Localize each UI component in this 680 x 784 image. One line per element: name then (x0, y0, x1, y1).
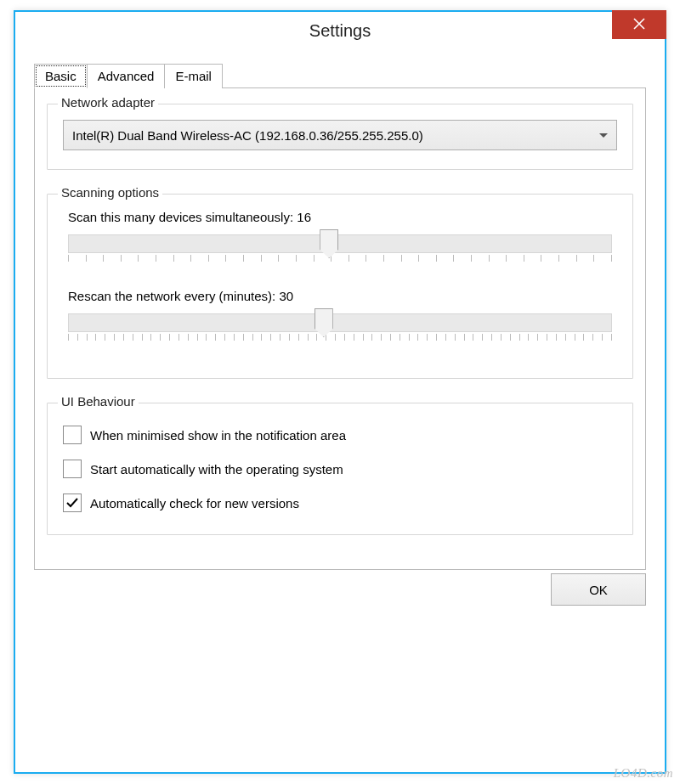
tab-email-label: E-mail (175, 69, 212, 83)
ok-button[interactable]: OK (551, 573, 646, 606)
tab-basic[interactable]: Basic (34, 64, 88, 88)
rescan-interval-slider[interactable] (68, 308, 612, 349)
group-network-adapter: Network adapter Intel(R) Dual Band Wirel… (47, 104, 633, 170)
group-scanning-options-legend: Scanning options (58, 185, 162, 200)
simultaneous-devices-label: Scan this many devices simultaneously: 1… (68, 210, 617, 224)
close-button[interactable] (612, 10, 666, 39)
window-title: Settings (309, 21, 371, 41)
network-adapter-combobox[interactable]: Intel(R) Dual Band Wireless-AC (192.168.… (63, 120, 617, 150)
slider-track (68, 234, 612, 253)
client-area: Basic Advanced E-mail Network adapter In… (15, 49, 665, 624)
slider-ticks (68, 255, 612, 263)
checkbox-start-with-os[interactable]: Start automatically with the operating s… (63, 460, 617, 478)
close-icon (633, 18, 645, 32)
checkbox-auto-check-versions[interactable]: Automatically check for new versions (63, 494, 617, 512)
tab-advanced[interactable]: Advanced (87, 64, 166, 88)
slider-ticks (68, 334, 612, 342)
simultaneous-devices-slider[interactable] (68, 229, 612, 270)
checkbox-label: When minimised show in the notification … (90, 428, 346, 443)
tab-panel-basic: Network adapter Intel(R) Dual Band Wirel… (34, 87, 646, 570)
network-adapter-selected: Intel(R) Dual Band Wireless-AC (192.168.… (72, 128, 423, 143)
tab-advanced-label: Advanced (98, 69, 155, 83)
checkbox-icon (63, 460, 82, 478)
slider-thumb[interactable] (314, 308, 333, 337)
ok-button-label: OK (589, 583, 608, 597)
checkbox-label: Automatically check for new versions (90, 496, 299, 510)
tab-basic-label: Basic (45, 69, 76, 83)
group-ui-behaviour: UI Behaviour When minimised show in the … (47, 403, 633, 535)
tab-email[interactable]: E-mail (164, 64, 223, 88)
group-scanning-options: Scanning options Scan this many devices … (47, 194, 633, 379)
group-ui-behaviour-legend: UI Behaviour (58, 394, 139, 409)
checkbox-icon (63, 426, 82, 444)
slider-track (68, 313, 612, 332)
watermark: LO4D.com (614, 766, 673, 781)
settings-window: Settings Basic Advanced E-mail Network a… (14, 10, 666, 774)
checkbox-minimise-to-tray[interactable]: When minimised show in the notification … (63, 426, 617, 444)
checkbox-label: Start automatically with the operating s… (90, 462, 343, 477)
rescan-interval-label: Rescan the network every (minutes): 30 (68, 289, 617, 303)
dialog-footer: OK (34, 573, 646, 606)
chevron-down-icon (599, 133, 608, 138)
tab-strip: Basic Advanced E-mail (34, 63, 646, 87)
checkbox-icon (63, 494, 82, 512)
titlebar[interactable]: Settings (15, 12, 665, 49)
slider-thumb[interactable] (320, 229, 338, 258)
group-network-adapter-legend: Network adapter (58, 95, 158, 110)
